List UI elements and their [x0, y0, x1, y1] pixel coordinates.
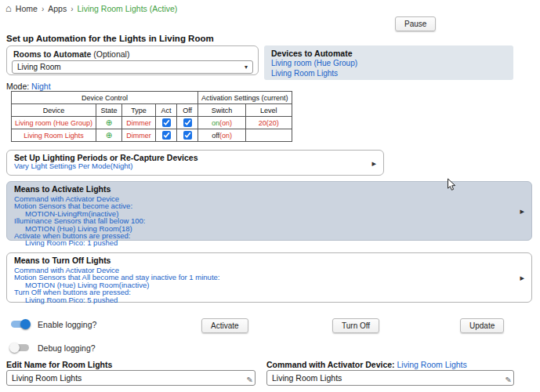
switch-value[interactable]: off	[212, 132, 219, 140]
level-value[interactable]: 20(20)	[259, 119, 279, 127]
off-checkbox[interactable]	[183, 118, 192, 127]
pencil-icon[interactable]: ✎	[247, 376, 253, 384]
table-row: Living Room Lights ⊕ Dimmer off(on)	[12, 129, 292, 142]
column-header: Off	[177, 104, 198, 117]
activate-button[interactable]: Activate	[201, 318, 248, 333]
plus-circle-icon[interactable]: ⊕	[106, 131, 112, 140]
devices-title: Devices to Automate	[271, 49, 506, 58]
act-checkbox[interactable]	[162, 131, 171, 140]
turnoff-option-link[interactable]: Living Room Pico: 5 pushed	[14, 296, 524, 303]
column-header: Device	[12, 104, 96, 117]
caret-right-icon[interactable]: ▸	[371, 158, 376, 168]
toggle-knob	[9, 343, 20, 353]
breadcrumb-home[interactable]: Home	[16, 4, 38, 13]
enable-logging-label: Enable logging?	[38, 320, 96, 329]
activate-option-link[interactable]: Living Room Pico: 1 pushed	[14, 239, 524, 246]
mode-line: Mode: Night	[6, 82, 51, 91]
edit-name-input[interactable]	[6, 370, 256, 386]
turn-off-button[interactable]: Turn Off	[332, 318, 379, 333]
room-select-value: Living Room	[17, 63, 61, 71]
lighting-periods-section[interactable]: Set Up Lighting Periods or Re-Capture De…	[6, 150, 384, 176]
device-link[interactable]: Living room (Hue Group)	[271, 58, 506, 68]
vary-settings-link[interactable]: Vary Light Settings Per Mode(Night)	[14, 162, 376, 169]
device-name-link[interactable]: Living Room Lights	[24, 132, 84, 140]
debug-logging-label: Debug logging?	[38, 343, 96, 353]
rooms-to-automate-box: Rooms to Automate (Optional) Living Room…	[6, 45, 259, 75]
off-checkbox[interactable]	[183, 131, 192, 140]
column-header: Level	[246, 104, 292, 117]
section-title: Means to Turn Off Lights	[14, 256, 524, 265]
pause-button[interactable]: Pause	[395, 16, 436, 31]
table-row: Living room (Hue Group) ⊕ Dimmer on(on) …	[12, 117, 292, 129]
activator-device-label: Command with Activator Device: Living Ro…	[266, 360, 467, 369]
mode-link[interactable]: Night	[31, 82, 51, 91]
debug-logging-toggle[interactable]	[9, 343, 31, 353]
column-header: State	[96, 104, 122, 117]
device-type: Dimmer	[126, 119, 151, 127]
chevron-separator-icon: ›	[71, 5, 73, 13]
page-title: Set up Automation for the Lights in Livi…	[6, 34, 214, 43]
switch-current: (on)	[219, 119, 232, 127]
caret-down-icon: ▾	[245, 64, 248, 71]
activator-device-field: ✎	[266, 370, 514, 386]
switch-current: (on)	[219, 132, 232, 140]
means-to-turn-off-section[interactable]: Means to Turn Off Lights Command with Ac…	[6, 252, 532, 303]
breadcrumb: ⌂ Home › Apps › Living Room Lights (Acti…	[5, 4, 177, 13]
chevron-separator-icon: ›	[42, 5, 44, 13]
rooms-label: Rooms to Automate (Optional)	[7, 46, 258, 60]
breadcrumb-apps[interactable]: Apps	[48, 4, 67, 13]
table-header-row: Device State Type Act Off Switch Level	[12, 104, 292, 117]
group-header-activation-settings: Activation Settings (current)	[198, 92, 292, 104]
room-select[interactable]: Living Room ▾	[12, 60, 253, 74]
activator-device-input[interactable]	[266, 370, 514, 386]
device-link[interactable]: Living Room Lights	[271, 68, 506, 78]
activator-label-text: Command with Activator Device:	[266, 360, 395, 369]
room-lights-app-page: ⌂ Home › Apps › Living Room Lights (Acti…	[0, 0, 540, 392]
enable-logging-toggle[interactable]	[9, 319, 31, 329]
device-type: Dimmer	[126, 132, 151, 140]
caret-right-icon[interactable]: ▸	[520, 206, 524, 216]
update-button[interactable]: Update	[460, 318, 504, 333]
toggle-knob	[20, 319, 31, 329]
rooms-optional-text: (Optional)	[93, 49, 129, 59]
devices-to-automate-box: Devices to Automate Living room (Hue Gro…	[264, 45, 513, 80]
column-header: Act	[156, 104, 177, 117]
edit-name-field: ✎	[6, 370, 256, 386]
rooms-label-text: Rooms to Automate	[13, 49, 91, 59]
column-header: Type	[122, 104, 156, 117]
caret-right-icon[interactable]: ▸	[520, 273, 524, 283]
act-checkbox[interactable]	[162, 118, 171, 127]
plus-circle-icon[interactable]: ⊕	[106, 118, 112, 127]
table-group-header-row: Device Control Activation Settings (curr…	[12, 92, 292, 104]
group-header-device-control: Device Control	[12, 92, 198, 104]
device-table: Device Control Activation Settings (curr…	[11, 91, 292, 142]
home-icon[interactable]: ⌂	[5, 5, 12, 13]
activator-device-link[interactable]: Living Room Lights	[397, 360, 466, 369]
column-header: Switch	[198, 104, 246, 117]
breadcrumb-current[interactable]: Living Room Lights (Active)	[78, 4, 178, 13]
device-name-link[interactable]: Living room (Hue Group)	[15, 119, 92, 127]
cursor-icon	[447, 178, 456, 192]
switch-value[interactable]: on	[212, 119, 219, 127]
mode-label: Mode:	[6, 82, 29, 91]
enable-logging-row: Enable logging?	[9, 319, 96, 329]
debug-logging-row: Debug logging?	[9, 343, 96, 353]
edit-name-label: Edit Name for Room Lights	[6, 360, 112, 369]
pencil-icon[interactable]: ✎	[506, 376, 512, 384]
